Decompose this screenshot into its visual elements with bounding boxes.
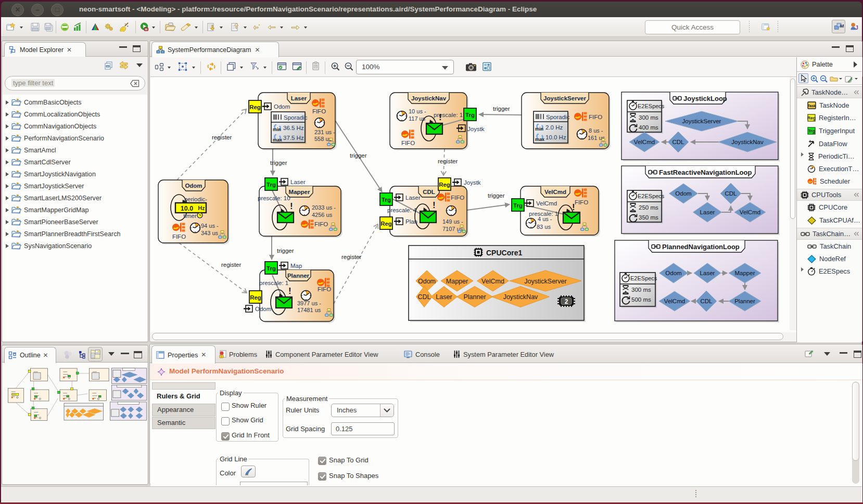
svg-text:FIFO: FIFO [312,108,326,114]
svg-text:Task: Task [808,104,816,108]
svg-text:trigger: trigger [488,192,505,199]
svg-text:2: 2 [565,298,568,305]
svg-text:prescale: 1: prescale: 1 [434,112,463,118]
svg-text:Odom: Odom [665,270,681,276]
svg-text:FIFO: FIFO [575,199,588,205]
svg-text:!: ! [439,112,442,122]
svg-text:FIFO: FIFO [172,234,186,240]
svg-text:10.0 Hz: 10.0 Hz [545,134,566,140]
svg-text:Reg: Reg [249,104,261,110]
svg-text:VelCmd: VelCmd [536,200,557,206]
svg-text:CPUCore1: CPUCore1 [486,249,522,257]
svg-text:max: max [535,137,544,142]
svg-text:Trg: Trg [513,202,523,209]
svg-text:Reg: Reg [380,221,392,227]
svg-text:37.5 Hz: 37.5 Hz [283,135,304,141]
svg-text:10.0: 10.0 [181,205,193,212]
svg-text:CDL: CDL [672,139,684,145]
svg-text:17481 us: 17481 us [297,307,321,313]
svg-text:Planner: Planner [734,298,755,304]
svg-text:Laser: Laser [700,270,715,276]
svg-text:CDL: CDL [423,189,435,195]
svg-text:Hz: Hz [198,205,205,211]
svg-text:JoystickNav: JoystickNav [411,95,447,101]
svg-text:max: max [273,137,282,143]
svg-text:350 ms: 350 ms [639,214,658,221]
svg-text:JoystickServer: JoystickServer [682,118,721,124]
svg-text:CDL: CDL [700,298,713,304]
svg-text:Sporadic: Sporadic [546,114,570,120]
svg-text:400 ms: 400 ms [639,124,658,131]
svg-text:FIFO: FIFO [318,286,331,292]
svg-text:!: ! [433,200,436,210]
svg-text:2.0 Hz: 2.0 Hz [545,124,563,131]
svg-text:VelCmd: VelCmd [481,278,504,285]
svg-text:JoystickServer: JoystickServer [524,278,566,285]
svg-text:trigger: trigger [350,152,367,159]
svg-text:2033 us -: 2033 us - [312,204,336,211]
svg-text:CDL: CDL [725,190,737,197]
svg-text:Laser: Laser [291,95,307,101]
svg-text:83 us: 83 us [537,224,551,230]
svg-text:!: ! [221,355,222,358]
svg-text:prescale: 1: prescale: 1 [259,280,288,286]
svg-text:E2ESpecs: E2ESpecs [630,275,657,281]
svg-text:Reg: Reg [807,115,816,121]
svg-text:231 us -: 231 us - [314,129,335,135]
svg-text:trigger: trigger [277,248,294,254]
svg-text:Reg: Reg [439,182,450,188]
svg-text:register: register [438,158,458,164]
svg-text:94 us -: 94 us - [201,223,219,229]
svg-text:trigger: trigger [493,106,510,112]
svg-text:343 us: 343 us [201,230,219,236]
svg-text:Reg: Reg [250,294,261,301]
svg-text:!: ! [572,202,575,212]
svg-text:Planner: Planner [287,273,310,279]
svg-text:Odom: Odom [255,306,271,312]
svg-text:timer: timer [183,213,197,219]
svg-text:FIFO: FIFO [401,140,415,146]
svg-text:300 ms: 300 ms [631,287,651,293]
svg-text:4 us -: 4 us - [538,216,552,222]
svg-text:CDL: CDL [417,293,430,301]
svg-text:register: register [212,134,232,140]
svg-text:PlannedNavigationLoop: PlannedNavigationLoop [662,243,740,251]
svg-text:Trg: Trg [465,112,475,118]
svg-text:36.5 Hz: 36.5 Hz [283,125,304,131]
svg-text:Odom: Odom [418,278,436,285]
svg-text:Trg: Trg [266,182,276,188]
svg-text:Trg: Trg [266,265,276,272]
svg-text:FastReactiveNavigationLoop: FastReactiveNavigationLoop [659,169,752,176]
svg-text:Odom: Odom [274,104,290,110]
svg-text:FIFO: FIFO [589,114,602,120]
svg-text:Sporadic: Sporadic [284,114,308,121]
svg-text:Planner: Planner [463,293,486,301]
svg-text:250 ms: 250 ms [639,204,658,211]
svg-text:E2ESpecs: E2ESpecs [638,193,665,199]
svg-text:prescale: 4: prescale: 4 [387,207,417,213]
svg-text:min: min [273,127,281,132]
svg-text:JoystickLoop: JoystickLoop [683,95,727,102]
svg-text:Mapper: Mapper [446,278,468,285]
svg-text:10 us -: 10 us - [409,108,426,114]
svg-text:prescale: 10: prescale: 10 [258,195,290,201]
svg-text:Odom: Odom [185,183,202,189]
svg-text:VelCmd: VelCmd [740,209,760,215]
svg-text:register: register [221,262,242,268]
svg-text:JoystickServer: JoystickServer [543,95,586,101]
svg-text:Map: Map [290,263,302,269]
svg-text:VelCmd: VelCmd [544,189,566,195]
svg-text:Laser: Laser [436,293,452,301]
svg-text:FIFO: FIFO [451,195,464,201]
svg-text:Odom: Odom [675,190,691,197]
svg-text:Joystk: Joystk [467,126,485,132]
svg-text:Laser: Laser [290,179,306,185]
svg-text:JoystickNav: JoystickNav [731,139,764,145]
svg-text:Mapper: Mapper [735,270,755,276]
svg-text:VelCmd: VelCmd [664,298,685,304]
svg-text:8 us -: 8 us - [589,127,603,134]
svg-text:VelCmd: VelCmd [634,139,655,145]
svg-text:Laser: Laser [700,209,715,215]
svg-text:149 us -: 149 us - [442,218,463,225]
svg-text:E2ESpecs: E2ESpecs [638,103,665,109]
